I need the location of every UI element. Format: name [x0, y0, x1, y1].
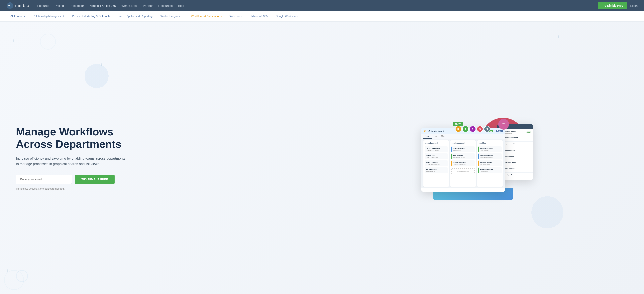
- col-header-2: Lead Assigned: [451, 141, 475, 145]
- lead-card-11: Anastasia Hicks Partnership: [478, 167, 502, 173]
- hero-subtitle: Increase efficiency and save time by ena…: [16, 156, 128, 167]
- tab-list[interactable]: List: [432, 134, 439, 138]
- contact-name-1: Addison Dodge: [504, 131, 526, 132]
- login-button[interactable]: Login: [630, 4, 638, 8]
- chat-bubble-icon: [498, 119, 509, 130]
- lead-card-5: Joshua Wilson Web Analyst: [451, 146, 475, 152]
- board-columns: Incoming Lead James McElmore Freelance d…: [421, 139, 505, 188]
- floating-avatar-k: K: [455, 126, 462, 132]
- subnav-works-everywhere[interactable]: Works Everywhere: [156, 12, 187, 21]
- lead-sub-10: Sales Manager: [480, 163, 501, 165]
- nav-pricing[interactable]: Pricing: [55, 4, 64, 8]
- lead-name-10: Kathryn Moger: [480, 162, 501, 163]
- lead-sub-11: Partnership: [480, 170, 501, 172]
- contact-info-7: Victor Hansen —: [504, 168, 532, 171]
- col-header-3: Qualified: [478, 141, 502, 145]
- subnav-microsoft-365[interactable]: Microsoft 365: [247, 12, 272, 21]
- lead-name-8: Kamsten Lange: [480, 148, 501, 150]
- nav-right-area: Try Nimble Free Login: [598, 2, 638, 9]
- board-tabs: Board List Map: [421, 134, 505, 139]
- contact-name-6: Anastasia Hicks: [504, 162, 532, 163]
- logo[interactable]: ✦ nimble: [6, 2, 29, 9]
- hero-right-illustration: NEW K T A B +3 ★ LA Leads board + Add Fi…: [322, 116, 628, 200]
- immediate-access-text: Immediate access. No credit card needed.: [16, 187, 314, 190]
- contact-info-5: Ava Justmont —: [504, 156, 532, 159]
- hero-section: + + + + Manage WorkflowsAcross Departmen…: [0, 22, 644, 294]
- lead-card-2: Darvin Ellis Digital at Microsoft: [424, 154, 448, 159]
- contact-title-7: —: [504, 170, 532, 171]
- nav-blog[interactable]: Blog: [178, 4, 184, 8]
- floating-avatar-b: B: [477, 126, 483, 132]
- top-navigation: ✦ nimble Features Pricing Prospector Nim…: [0, 0, 644, 11]
- tab-board[interactable]: Board: [423, 134, 432, 138]
- board-main-card: ★ LA Leads board + Add Filter Board List…: [421, 128, 505, 192]
- subnav-all-features[interactable]: All Features: [6, 12, 29, 21]
- col-header-1: Incoming Lead: [424, 141, 448, 145]
- nav-whats-new[interactable]: What's New: [121, 4, 137, 8]
- board-star-icon: ★: [424, 129, 426, 132]
- filter-btn[interactable]: Filter: [496, 130, 502, 132]
- lead-name-2: Darvin Ellis: [426, 155, 447, 157]
- contact-title-5: —: [504, 157, 532, 159]
- lead-card-1: James McElmore Freelance designer: [424, 146, 448, 152]
- lead-sub-2: Digital at Microsoft: [426, 157, 447, 158]
- nav-partner[interactable]: Partner: [143, 4, 153, 8]
- lead-name-5: Joshua Wilson: [453, 148, 474, 150]
- lead-sub-8: Lead Supplier: [480, 150, 501, 151]
- nav-office365[interactable]: Nimble + Office 365: [90, 4, 116, 8]
- contact-title-4: —: [504, 151, 532, 153]
- lead-name-7: Joyve Thomson: [453, 162, 474, 163]
- deco-plus-4: +: [557, 34, 560, 40]
- deco-circle-2: [16, 270, 28, 282]
- tab-map[interactable]: Map: [439, 134, 447, 138]
- floating-avatars: K T A B +3: [455, 126, 490, 132]
- subnav-sales-pipelines[interactable]: Sales, Pipelines, & Reporting: [114, 12, 156, 21]
- subnav-google-workspace[interactable]: Google Workspace: [272, 12, 303, 21]
- column-lead-assigned: Lead Assigned Joshua Wilson Web Analyst …: [450, 140, 476, 187]
- logo-text: nimble: [15, 3, 29, 8]
- lead-sub-4: Ava Justmont: [426, 170, 447, 172]
- subnav-prospect-marketing[interactable]: Prospect Marketing & Outreach: [68, 12, 114, 21]
- subnav-workflows-automations[interactable]: Workflows & Automations: [187, 12, 226, 21]
- cta-try-free-button[interactable]: TRY NIMBLE FREE: [75, 175, 114, 184]
- contact-title-2: —: [504, 138, 532, 140]
- lead-sub-9: Brand Ambassador: [480, 157, 501, 158]
- lead-name-6: Alex Whitten: [453, 155, 474, 157]
- try-nimble-free-button[interactable]: Try Nimble Free: [598, 2, 627, 9]
- lead-sub-1: Freelance designer: [426, 150, 447, 151]
- contact-title-8: —: [504, 176, 532, 177]
- deco-circle-1: [40, 34, 56, 50]
- deco-circle-3: [4, 270, 24, 290]
- nav-links: Features Pricing Prospector Nimble + Off…: [37, 4, 598, 8]
- contact-info-4: Kathryn Moger —: [504, 149, 532, 153]
- lead-sub-3: Partnership Manager: [426, 163, 447, 165]
- lead-sub-5: Web Analyst: [453, 150, 474, 151]
- sub-navigation: All Features Relationship Management Pro…: [0, 11, 644, 22]
- contact-name-5: Ava Justmont: [504, 156, 532, 157]
- email-input[interactable]: [16, 175, 72, 184]
- subnav-relationship-management[interactable]: Relationship Management: [29, 12, 68, 21]
- lead-card-8: Kamsten Lange Lead Supplier: [478, 146, 502, 152]
- column-incoming-lead: Incoming Lead James McElmore Freelance d…: [424, 140, 449, 187]
- contact-info-2: Melissa Richmond —: [504, 137, 532, 140]
- contact-title-3: —: [504, 145, 532, 146]
- contact-info-3: Raymond Atkins —: [504, 143, 532, 146]
- contact-name-3: Raymond Atkins: [504, 143, 532, 145]
- lead-name-1: James McElmore: [426, 148, 447, 150]
- nav-prospector[interactable]: Prospector: [70, 4, 84, 8]
- svg-text:✦: ✦: [8, 4, 10, 7]
- cta-area: TRY NIMBLE FREE: [16, 175, 314, 184]
- lead-card-3: Kathryn Moger Partnership Manager: [424, 161, 448, 166]
- contact-info-8: Monique Gran —: [504, 174, 532, 177]
- nav-resources[interactable]: Resources: [158, 4, 173, 8]
- subnav-web-forms[interactable]: Web Forms: [226, 12, 248, 21]
- contact-name-4: Kathryn Moger: [504, 149, 532, 151]
- deco-plus-2: +: [100, 62, 103, 68]
- deco-plus-3: +: [6, 268, 9, 274]
- nav-features[interactable]: Features: [37, 4, 49, 8]
- nimble-logo-icon: ✦: [6, 2, 14, 9]
- lead-name-11: Anastasia Hicks: [480, 168, 501, 170]
- contact-name-8: Monique Gran: [504, 174, 532, 176]
- floating-avatar-count: +3: [484, 126, 490, 132]
- lead-name-4: Victor Hansen: [426, 168, 447, 170]
